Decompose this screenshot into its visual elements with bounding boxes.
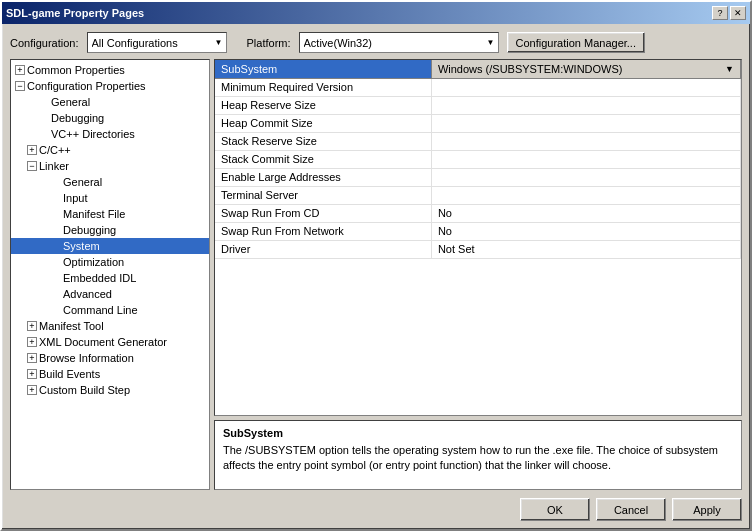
prop-name: Stack Commit Size	[215, 150, 431, 168]
title-bar: SDL-game Property Pages ? ✕	[2, 2, 750, 24]
table-row[interactable]: Stack Reserve Size	[215, 132, 741, 150]
prop-value	[431, 132, 740, 150]
tree-item-label: General	[63, 176, 102, 188]
window-title: SDL-game Property Pages	[6, 7, 144, 19]
tree-item-label: Embedded IDL	[63, 272, 136, 284]
tree-item-cpp[interactable]: +C/C++	[11, 142, 209, 158]
tree-item-label: Manifest File	[63, 208, 125, 220]
tree-item-command-line[interactable]: Command Line	[11, 302, 209, 318]
tree-item-embedded-idl[interactable]: Embedded IDL	[11, 270, 209, 286]
prop-name: Minimum Required Version	[215, 78, 431, 96]
table-row[interactable]: Enable Large Addresses	[215, 168, 741, 186]
collapse-icon[interactable]: −	[27, 161, 37, 171]
tree-item-system[interactable]: System	[11, 238, 209, 254]
expand-icon[interactable]: +	[27, 337, 37, 347]
prop-value: No	[431, 204, 740, 222]
props-table-container: SubSystem Windows (/SUBSYSTEM:WINDOWS) ▼	[214, 59, 742, 416]
tree-item-general[interactable]: General	[11, 94, 209, 110]
expand-icon[interactable]: +	[27, 353, 37, 363]
right-panel: SubSystem Windows (/SUBSYSTEM:WINDOWS) ▼	[214, 59, 742, 490]
tree-item-linker[interactable]: −Linker	[11, 158, 209, 174]
config-label: Configuration:	[10, 37, 79, 49]
platform-dropdown[interactable]: Active(Win32) ▼	[299, 32, 499, 53]
tree-item-common-props[interactable]: +Common Properties	[11, 62, 209, 78]
tree-item-custom-build[interactable]: +Custom Build Step	[11, 382, 209, 398]
prop-name: Terminal Server	[215, 186, 431, 204]
tree-item-label: C/C++	[39, 144, 71, 156]
tree-item-advanced[interactable]: Advanced	[11, 286, 209, 302]
tree-item-xml-doc-gen[interactable]: +XML Document Generator	[11, 334, 209, 350]
cancel-button[interactable]: Cancel	[596, 498, 666, 521]
tree-item-label: VC++ Directories	[51, 128, 135, 140]
prop-name: Stack Reserve Size	[215, 132, 431, 150]
tree-item-manifest-file[interactable]: Manifest File	[11, 206, 209, 222]
prop-name: Swap Run From CD	[215, 204, 431, 222]
table-row[interactable]: DriverNot Set	[215, 240, 741, 258]
config-dropdown-arrow: ▼	[215, 38, 223, 47]
table-row[interactable]: Stack Commit Size	[215, 150, 741, 168]
help-button[interactable]: ?	[712, 6, 728, 20]
tree-item-build-events[interactable]: +Build Events	[11, 366, 209, 382]
tree-item-linker-general[interactable]: General	[11, 174, 209, 190]
tree-item-label: Custom Build Step	[39, 384, 130, 396]
expand-icon[interactable]: +	[27, 145, 37, 155]
expand-icon[interactable]: +	[27, 385, 37, 395]
expand-icon[interactable]: +	[27, 321, 37, 331]
prop-value	[431, 96, 740, 114]
title-bar-buttons: ? ✕	[712, 6, 746, 20]
tree-item-label: Debugging	[63, 224, 116, 236]
prop-name: Enable Large Addresses	[215, 168, 431, 186]
table-row[interactable]: Swap Run From NetworkNo	[215, 222, 741, 240]
main-area: +Common Properties−Configuration Propert…	[10, 59, 742, 490]
tree-item-label: Optimization	[63, 256, 124, 268]
prop-value	[431, 168, 740, 186]
tree-panel: +Common Properties−Configuration Propert…	[10, 59, 210, 490]
config-manager-button[interactable]: Configuration Manager...	[507, 32, 645, 53]
toolbar-row: Configuration: All Configurations ▼ Plat…	[10, 32, 742, 53]
table-row[interactable]: Heap Reserve Size	[215, 96, 741, 114]
description-area: SubSystem The /SUBSYSTEM option tells th…	[214, 420, 742, 490]
prop-value	[431, 78, 740, 96]
tree-item-debugging[interactable]: Debugging	[11, 110, 209, 126]
expand-icon[interactable]: +	[15, 65, 25, 75]
prop-name: Swap Run From Network	[215, 222, 431, 240]
table-row[interactable]: Minimum Required Version	[215, 78, 741, 96]
apply-button[interactable]: Apply	[672, 498, 742, 521]
tree-item-vc-dirs[interactable]: VC++ Directories	[11, 126, 209, 142]
tree-item-label: Build Events	[39, 368, 100, 380]
main-window: SDL-game Property Pages ? ✕ Configuratio…	[0, 0, 752, 531]
tree-item-linker-input[interactable]: Input	[11, 190, 209, 206]
tree-item-optimization[interactable]: Optimization	[11, 254, 209, 270]
tree-item-label: Common Properties	[27, 64, 125, 76]
tree-item-label: Manifest Tool	[39, 320, 104, 332]
tree-item-linker-debugging[interactable]: Debugging	[11, 222, 209, 238]
config-dropdown[interactable]: All Configurations ▼	[87, 32, 227, 53]
platform-dropdown-value: Active(Win32)	[304, 37, 494, 49]
col-header-subsystem: SubSystem	[215, 60, 431, 78]
ok-button[interactable]: OK	[520, 498, 590, 521]
tree-item-label: Advanced	[63, 288, 112, 300]
col-header-value: Windows (/SUBSYSTEM:WINDOWS) ▼	[431, 60, 740, 78]
prop-value	[431, 186, 740, 204]
table-row[interactable]: Terminal Server	[215, 186, 741, 204]
close-button[interactable]: ✕	[730, 6, 746, 20]
prop-value: No	[431, 222, 740, 240]
platform-label: Platform:	[247, 37, 291, 49]
tree-item-label: Linker	[39, 160, 69, 172]
tree-item-config-props[interactable]: −Configuration Properties	[11, 78, 209, 94]
tree-item-browse-info[interactable]: +Browse Information	[11, 350, 209, 366]
prop-name: Heap Reserve Size	[215, 96, 431, 114]
tree-item-label: System	[63, 240, 100, 252]
prop-value	[431, 150, 740, 168]
header-dropdown-arrow[interactable]: ▼	[725, 64, 734, 74]
tree-item-label: Command Line	[63, 304, 138, 316]
expand-icon[interactable]: +	[27, 369, 37, 379]
props-table: SubSystem Windows (/SUBSYSTEM:WINDOWS) ▼	[215, 60, 741, 259]
tree-item-manifest-tool[interactable]: +Manifest Tool	[11, 318, 209, 334]
table-row[interactable]: Heap Commit Size	[215, 114, 741, 132]
bottom-buttons: OK Cancel Apply	[10, 496, 742, 521]
tree-item-label: Configuration Properties	[27, 80, 146, 92]
prop-value: Not Set	[431, 240, 740, 258]
table-row[interactable]: Swap Run From CDNo	[215, 204, 741, 222]
collapse-icon[interactable]: −	[15, 81, 25, 91]
